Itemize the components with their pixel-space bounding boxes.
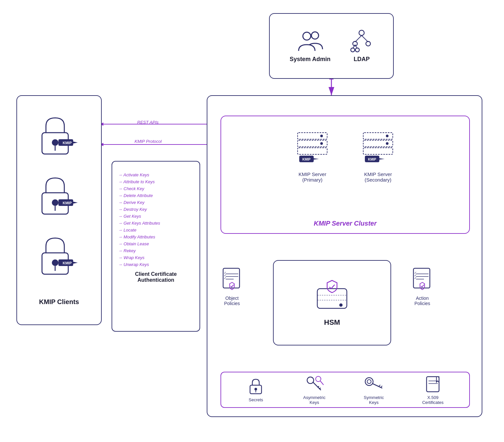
cert-item-8: Locate (118, 227, 194, 233)
cert-item-7: Get Keys Attributes (118, 220, 194, 227)
svg-line-76 (372, 384, 382, 388)
svg-text:KMIP: KMIP (63, 201, 72, 205)
svg-point-89 (52, 199, 58, 206)
cert-item-2: Check Key (118, 185, 194, 192)
svg-line-23 (355, 35, 362, 42)
cert-item-12: Wrap Keys (118, 254, 194, 261)
action-policies-item: ✓ ✓ ✓ ActionPolicies (411, 267, 434, 306)
asymmetric-keys-icon (304, 375, 324, 393)
clients-box: KMIP KMIP KMIP KMIP Clients (16, 95, 102, 325)
svg-point-20 (311, 32, 319, 39)
kmip-secondary-server: KMIP KMIP Server(Secondary) (358, 129, 398, 183)
x509-icon (424, 375, 442, 393)
cert-box-label: Client CertificateAuthentication (118, 271, 194, 283)
hsm-icon (314, 279, 350, 315)
svg-point-28 (366, 41, 370, 46)
kmip-cluster-label: KMIP Server Cluster (314, 220, 377, 227)
svg-text:✓: ✓ (224, 276, 226, 280)
svg-point-68 (307, 377, 314, 384)
svg-marker-87 (73, 142, 78, 144)
object-policies-item: ✓ ✓ ✓ ObjectPolicies (220, 267, 243, 306)
svg-point-83 (52, 139, 58, 146)
rest-api-label: REST APIs (137, 120, 158, 125)
svg-rect-33 (298, 148, 327, 154)
svg-rect-79 (427, 377, 439, 392)
svg-text:✓: ✓ (414, 276, 417, 280)
svg-point-42 (386, 135, 388, 137)
kmip-primary-server: KMIP KMIP Server(Primary) (293, 129, 332, 183)
svg-text:KMIP: KMIP (368, 158, 376, 161)
svg-point-75 (367, 380, 371, 384)
svg-point-74 (365, 378, 373, 386)
kmip-cluster-box: KMIP KMIP Server(Primary) (220, 116, 470, 234)
symmetric-keys-icon (364, 375, 384, 393)
cert-list: Activate Keys Attribute to Keys Check Ke… (118, 171, 194, 268)
system-admin-label: System Admin (290, 56, 330, 63)
client-lock-1: KMIP (36, 115, 82, 157)
client-lock-2: KMIP (36, 175, 82, 217)
cert-item-6: Get Keys (118, 213, 194, 220)
keys-box: Secrets AsymmetricKeys (220, 372, 470, 408)
kmip-secondary-server-icon: KMIP (358, 129, 398, 169)
svg-marker-93 (73, 202, 78, 204)
symmetric-keys-label: SymmetricKeys (364, 395, 384, 405)
svg-point-57 (339, 303, 343, 307)
kmip-servers-row: KMIP KMIP Server(Primary) (221, 116, 469, 183)
svg-marker-99 (73, 262, 78, 264)
svg-point-22 (359, 30, 364, 35)
svg-point-34 (320, 135, 323, 137)
secrets-item: Secrets (247, 377, 265, 402)
svg-line-71 (319, 388, 321, 389)
object-policies-icon: ✓ ✓ ✓ (220, 267, 243, 293)
server-main-box: KMIP KMIP Server(Primary) (207, 95, 482, 417)
x509-item: X.509Certificates (422, 375, 444, 405)
kmip-primary-server-icon: KMIP (293, 129, 332, 169)
asymmetric-keys-label: AsymmetricKeys (303, 395, 326, 405)
svg-point-95 (52, 259, 58, 266)
svg-point-72 (316, 376, 321, 382)
svg-line-24 (362, 35, 368, 42)
secrets-label: Secrets (249, 397, 263, 402)
clients-label: KMIP Clients (39, 298, 79, 306)
svg-rect-41 (363, 148, 393, 154)
secrets-icon (247, 377, 265, 395)
svg-line-77 (379, 385, 380, 386)
svg-text:KMIP: KMIP (63, 261, 72, 265)
system-admin-item: System Admin (290, 30, 330, 63)
svg-line-78 (381, 386, 382, 387)
cert-item-13: Unwrap Keys (118, 261, 194, 268)
svg-point-35 (320, 142, 323, 145)
svg-line-70 (318, 386, 319, 387)
cert-item-4: Derive Key (118, 199, 194, 206)
action-policies-label: ActionPolicies (414, 296, 430, 306)
asymmetric-keys-item: AsymmetricKeys (303, 375, 326, 405)
cert-item-10: Obtain Lease (118, 240, 194, 247)
svg-marker-46 (379, 158, 385, 160)
cert-item-9: Modify Attributes (118, 233, 194, 240)
kmip-protocol-label: KMIP Protocol (135, 139, 162, 144)
object-policies-label: ObjectPolicies (224, 296, 240, 306)
kmip-primary-label: KMIP Server(Primary) (299, 171, 326, 183)
ldap-label: LDAP (354, 56, 370, 63)
svg-point-66 (255, 388, 257, 390)
cert-item-1: Attribute to Keys (118, 178, 194, 185)
cert-item-11: Rekey (118, 247, 194, 254)
hsm-label: HSM (324, 318, 340, 327)
hsm-box: HSM (273, 260, 391, 345)
svg-marker-38 (314, 158, 319, 160)
admin-box: System Admin LDAP (269, 13, 394, 79)
symmetric-keys-item: SymmetricKeys (364, 375, 384, 405)
svg-point-21 (303, 32, 311, 40)
cert-auth-box: Activate Keys Attribute to Keys Check Ke… (112, 161, 200, 332)
action-policies-icon: ✓ ✓ ✓ (411, 267, 434, 293)
cert-item-0: Activate Keys (118, 171, 194, 178)
kmip-secondary-label: KMIP Server(Secondary) (364, 171, 392, 183)
ldap-item: LDAP (350, 30, 373, 63)
svg-point-43 (386, 142, 388, 145)
svg-line-73 (320, 381, 324, 385)
diagram-container: System Admin LDAP REST APIs KMIP Protoc (0, 0, 504, 442)
x509-label: X.509Certificates (422, 395, 444, 405)
cert-item-3: Delete Attribute (118, 192, 194, 199)
users-icon (297, 30, 323, 53)
svg-text:KMIP: KMIP (303, 158, 311, 161)
